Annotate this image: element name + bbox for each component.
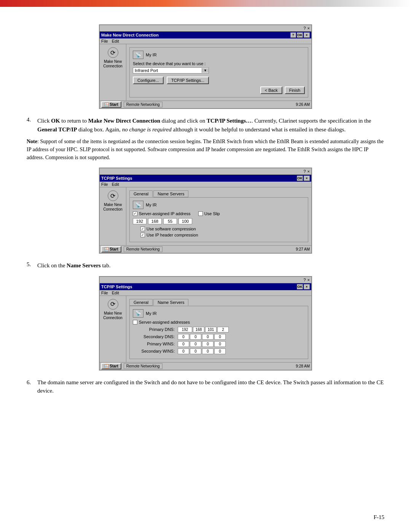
ip-field-0[interactable]: 192 xyxy=(133,218,147,224)
menu-file-2[interactable]: File xyxy=(101,182,108,187)
swins-2[interactable]: 0 xyxy=(202,348,213,354)
page-number: F-15 xyxy=(374,514,384,521)
start-btn-1[interactable]: 🪟 Start xyxy=(101,101,121,108)
primary-wins-fields: 0 0 0 0 xyxy=(178,341,226,347)
primary-wins-row: Primary WINS: 0 0 0 0 xyxy=(133,341,305,347)
ip-field-1[interactable]: 168 xyxy=(148,218,162,224)
outer-titlebar-1: ? × xyxy=(100,25,311,32)
para4-text: Click OK to return to Make New Direct Co… xyxy=(37,117,384,134)
para4-dialog-name: Make New Direct Connection xyxy=(88,118,160,124)
pwins-1[interactable]: 0 xyxy=(190,341,201,347)
pdns-3[interactable]: 2 xyxy=(217,327,229,332)
dialog2-taskbar-left: 🪟 Start Remote Networking xyxy=(101,246,162,252)
taskbar-clock-3: 9:28 AM xyxy=(296,364,310,368)
outer-question-btn-3[interactable]: ? xyxy=(303,278,306,282)
dialog2-menubar: File Edit xyxy=(100,182,311,187)
taskbar-remote-networking-1[interactable]: Remote Networking xyxy=(124,102,162,107)
primary-dns-fields: 192 168 101 2 xyxy=(178,327,229,332)
start-icon-3: 🪟 xyxy=(104,364,109,368)
finish-btn[interactable]: Finish xyxy=(285,86,305,94)
sidebar-icon-3: ⟳ xyxy=(108,299,118,310)
dialog2-titlebar-buttons: OK × xyxy=(297,176,310,181)
pwins-2[interactable]: 0 xyxy=(202,341,213,347)
dialog3-title: TCP/IP Settings xyxy=(101,284,297,289)
dialog2-titlebar: TCP/IP Settings OK × xyxy=(100,175,311,182)
paragraph-4: 4. Click OK to return to Make New Direct… xyxy=(27,117,384,134)
swins-0[interactable]: 0 xyxy=(178,348,189,354)
menu-edit-3[interactable]: Edit xyxy=(112,291,119,295)
tab-name-servers-3[interactable]: Name Servers xyxy=(153,299,188,306)
outer-window-1: ? × Make New Direct Connection ? OK × Fi… xyxy=(99,24,312,109)
menu-edit-2[interactable]: Edit xyxy=(112,182,119,187)
dialog3-close-btn[interactable]: × xyxy=(304,284,310,289)
outer-question-btn-2[interactable]: ? xyxy=(303,169,306,174)
start-btn-3[interactable]: 🪟 Start xyxy=(101,363,121,369)
start-label-3: Start xyxy=(110,364,118,368)
tab-general[interactable]: General xyxy=(129,190,153,197)
dialog1-dropdown-arrow[interactable]: ▼ xyxy=(202,68,209,73)
outer-close-btn-1[interactable]: × xyxy=(307,26,310,30)
start-btn-2[interactable]: 🪟 Start xyxy=(101,246,121,252)
tab-name-servers[interactable]: Name Servers xyxy=(153,190,188,197)
para4-ok: OK xyxy=(51,118,60,124)
sdns-0[interactable]: 0 xyxy=(178,334,189,340)
taskbar-remote-networking-2[interactable]: Remote Networking xyxy=(124,246,162,252)
ip-field-2[interactable]: 55 xyxy=(163,218,177,224)
sdns-3[interactable]: 0 xyxy=(214,334,226,340)
check-use-slip[interactable] xyxy=(198,211,203,216)
check-server-ip[interactable] xyxy=(133,211,137,216)
dialog2-sidebar: ⟳ Make NewConnection xyxy=(100,187,126,245)
menu-file-1[interactable]: File xyxy=(101,39,108,43)
outer-close-btn-2[interactable]: × xyxy=(307,169,310,174)
paragraph-5: 5. Click on the Name Servers tab. xyxy=(27,261,384,270)
dialog1-selected-device: Infrared Port xyxy=(133,68,202,73)
taskbar-clock-2: 9:27 AM xyxy=(296,247,310,251)
dialog1-close-btn[interactable]: × xyxy=(304,32,310,38)
pwins-3[interactable]: 0 xyxy=(214,341,226,347)
taskbar-remote-networking-3[interactable]: Remote Networking xyxy=(124,363,162,369)
dialog3-menubar: File Edit xyxy=(100,290,311,296)
dialog3-taskbar: 🪟 Start Remote Networking 9:28 AM xyxy=(100,362,311,370)
sidebar-label-1: Make NewConnection xyxy=(103,59,123,69)
ip-field-3[interactable]: 100 xyxy=(178,218,192,224)
swins-1[interactable]: 0 xyxy=(190,348,201,354)
menu-file-3[interactable]: File xyxy=(101,291,108,295)
dialog2-inner-title: My IR xyxy=(146,203,157,207)
outer-titlebar-2: ? × xyxy=(100,168,311,175)
dialog3-ok-btn[interactable]: OK xyxy=(297,284,303,289)
dialog1-sidebar: ⟳ Make NewConnection xyxy=(100,44,126,101)
para4-tcpip: TCP/IP Settings… xyxy=(207,118,252,124)
dialog1-help-btn[interactable]: ? xyxy=(290,32,296,38)
tab-general-3[interactable]: General xyxy=(129,299,153,306)
check-server-addr[interactable] xyxy=(133,320,137,324)
check-software-comp[interactable] xyxy=(140,227,145,231)
secondary-wins-label: Secondary WINS: xyxy=(133,349,175,353)
pwins-0[interactable]: 0 xyxy=(178,341,189,347)
back-btn-1[interactable]: < Back xyxy=(260,86,282,94)
para5-number: 5. xyxy=(27,261,37,270)
tcpip-settings-btn[interactable]: TCP/IP Settings... xyxy=(167,77,209,84)
pdns-1[interactable]: 168 xyxy=(193,327,204,332)
dialog2-ir-row: 📡 My IR xyxy=(133,201,305,209)
outer-question-btn-1[interactable]: ? xyxy=(303,26,306,30)
swins-3[interactable]: 0 xyxy=(214,348,226,354)
dialog2-ok-btn[interactable]: OK xyxy=(297,176,303,181)
secondary-wins-fields: 0 0 0 0 xyxy=(178,348,226,354)
para4-number: 4. xyxy=(27,117,37,134)
ir-device-icon-3: 📡 xyxy=(133,309,143,318)
sdns-2[interactable]: 0 xyxy=(202,334,213,340)
pdns-0[interactable]: 192 xyxy=(178,327,192,332)
sdns-1[interactable]: 0 xyxy=(190,334,201,340)
dialog2-close-btn[interactable]: × xyxy=(304,176,310,181)
sidebar-icon-1: ⟳ xyxy=(108,47,118,58)
outer-close-btn-3[interactable]: × xyxy=(307,278,310,282)
dialog1-device-select[interactable]: Infrared Port ▼ xyxy=(133,67,209,73)
dialog1-ok-btn[interactable]: OK xyxy=(297,32,303,38)
check-ip-header[interactable] xyxy=(140,233,145,237)
pdns-2[interactable]: 101 xyxy=(205,327,217,332)
menu-edit-1[interactable]: Edit xyxy=(112,39,119,43)
check-ip-header-row: Use IP header compression xyxy=(133,233,305,237)
dialog1-body: ⟳ Make NewConnection 📡 My IR xyxy=(100,44,311,101)
configure-btn[interactable]: Configure... xyxy=(133,77,164,84)
check-server-ip-row: Server-assigned IP address Use Slip xyxy=(133,211,305,216)
